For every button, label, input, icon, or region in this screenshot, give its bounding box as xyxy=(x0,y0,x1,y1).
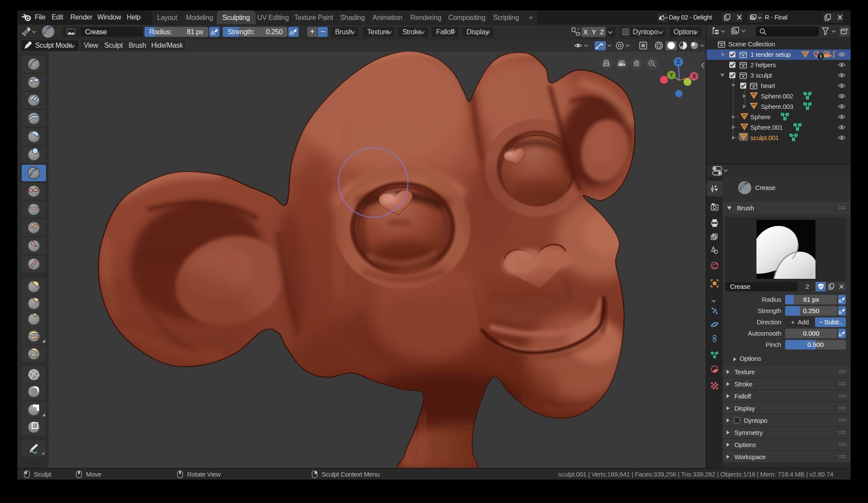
svg-text:Y: Y xyxy=(670,72,673,78)
svg-text:Z: Z xyxy=(677,59,680,65)
svg-text:X: X xyxy=(692,73,696,79)
